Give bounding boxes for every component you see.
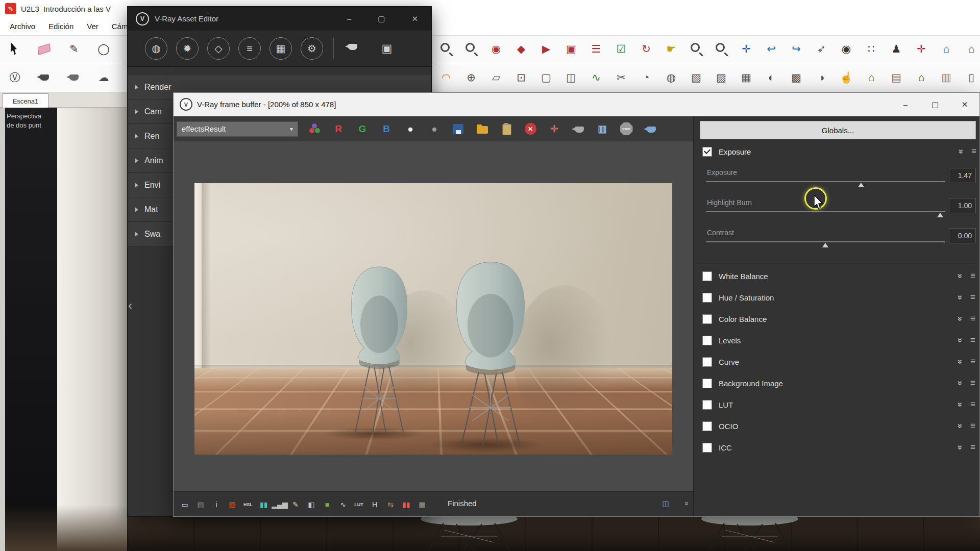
vfb-settings-icon[interactable]: ▥ (595, 120, 610, 138)
expand-icon[interactable]: » (954, 402, 965, 407)
frame-buffer-titlebar[interactable]: V V-Ray frame buffer - [200% of 850 x 47… (174, 93, 979, 116)
settings-icon[interactable]: ⚙ (301, 37, 323, 60)
slider-marker[interactable] (937, 213, 943, 217)
rgb-columns-icon[interactable]: ▮▮ (400, 498, 412, 511)
scene-tab-escena1[interactable]: Escena1 (3, 93, 48, 108)
zoom-window-tool-icon[interactable] (462, 40, 480, 58)
door-icon[interactable]: ▯ (963, 68, 980, 86)
layer-checkbox[interactable] (702, 314, 712, 324)
checker-c-icon[interactable]: ▦ (738, 68, 755, 86)
sphere-slice-icon[interactable]: ◔ (638, 68, 655, 86)
user-check-icon[interactable]: ☑ (612, 40, 630, 58)
layer-checkbox[interactable] (702, 336, 712, 345)
checker-a-icon[interactable]: ▧ (688, 68, 705, 86)
zoom-extents-icon[interactable]: ✛ (738, 40, 755, 58)
shapes-tool-icon[interactable]: ◯ (95, 40, 112, 58)
zoom-window-icon[interactable] (713, 40, 730, 58)
expand-icon[interactable]: » (954, 381, 965, 385)
sphere-light-icon[interactable]: ⊕ (462, 68, 480, 86)
copy-clipboard-icon[interactable] (499, 120, 514, 138)
home-icon[interactable]: ⌂ (913, 68, 930, 86)
section-menu-icon[interactable]: ≡ (970, 399, 975, 410)
slider-value[interactable]: 1.47 (949, 168, 976, 183)
curve-icon[interactable]: ∿ (337, 498, 349, 511)
slider-track[interactable] (706, 241, 945, 242)
exposure-checkbox[interactable] (702, 147, 712, 157)
globals-button[interactable]: Globals... (700, 121, 976, 139)
pan-tool-icon[interactable]: ☛ (663, 40, 680, 58)
layer-icc[interactable]: ICC » ≡ (699, 437, 975, 458)
sketchup-viewport-left[interactable]: Perspectiva de dos punt (0, 108, 127, 551)
histogram-icon[interactable]: ▂▄▆ (274, 498, 286, 511)
layer-levels[interactable]: Levels » ≡ (699, 330, 975, 351)
section-menu-icon[interactable]: ≡ (970, 335, 975, 345)
slider-marker[interactable] (822, 243, 828, 247)
layer-lut[interactable]: LUT » ≡ (699, 394, 975, 415)
render-teapot-icon[interactable] (36, 68, 53, 86)
person-icon[interactable]: ♟ (888, 40, 905, 58)
vray-asset-editor-icon[interactable]: ◉ (487, 40, 505, 58)
lights-icon[interactable]: ✹ (176, 37, 199, 60)
textures-icon[interactable]: ▦ (270, 37, 292, 60)
ab-compare-icon[interactable]: ⇆ (384, 498, 397, 511)
fur-icon[interactable]: ∿ (587, 68, 605, 86)
expand-icon[interactable]: » (954, 295, 965, 299)
box-icon[interactable]: ▢ (537, 68, 555, 86)
sketchup-viewport-bottom[interactable] (127, 517, 980, 551)
asset-editor-titlebar[interactable]: V V-Ray Asset Editor – ▢ ✕ (128, 7, 431, 31)
slider-value[interactable]: 1.00 (949, 198, 976, 213)
slider-marker[interactable] (858, 183, 864, 187)
expand-icon[interactable]: » (954, 338, 965, 342)
layer-white-balance[interactable]: White Balance » ≡ (699, 265, 975, 287)
axes-icon[interactable]: ✛ (913, 40, 930, 58)
vray-logo-icon[interactable]: Ⓥ (6, 68, 23, 86)
box-open-icon[interactable]: ◫ (562, 68, 580, 86)
vray-render-icon[interactable]: ◆ (512, 40, 530, 58)
vray-ipr-icon[interactable]: ▶ (537, 40, 555, 58)
walk-icon[interactable]: ∷ (863, 40, 880, 58)
eye-icon[interactable]: ◉ (838, 40, 855, 58)
section-menu-icon[interactable]: ≡ (970, 314, 975, 324)
expand-icon[interactable]: » (954, 316, 965, 321)
info-icon[interactable]: i (210, 498, 223, 511)
render-last-icon[interactable] (571, 120, 586, 138)
layer-curve[interactable]: Curve » ≡ (699, 351, 975, 372)
menu-edicion[interactable]: Edición (42, 17, 80, 35)
clip-icon[interactable]: ✂ (612, 68, 630, 86)
warehouse-icon[interactable]: ⌂ (963, 40, 980, 58)
section-menu-icon[interactable]: ≡ (971, 146, 976, 157)
import-box-icon[interactable]: ⊡ (512, 68, 530, 86)
shed-icon[interactable]: ⌂ (863, 68, 880, 86)
maximize-button[interactable]: ▢ (378, 14, 385, 23)
panel-collapse-arrow[interactable]: ‹ (128, 299, 132, 312)
layer-checkbox[interactable] (702, 357, 712, 367)
next-view-icon[interactable]: ↪ (788, 40, 805, 58)
expand-icon[interactable]: » (954, 273, 965, 278)
section-menu-icon[interactable]: ≡ (970, 442, 975, 453)
section-menu-icon[interactable]: ≡ (970, 357, 975, 367)
minimize-button[interactable]: – (347, 14, 351, 23)
pick-hand-icon[interactable]: ☝ (838, 68, 855, 86)
exposure-section-header[interactable]: Exposure » ≡ (702, 144, 976, 159)
render-canvas[interactable] (174, 141, 693, 491)
fireplace-icon[interactable]: ▥ (938, 68, 955, 86)
section-menu-icon[interactable]: ≡ (970, 292, 975, 303)
zoom-tool-icon[interactable] (437, 40, 455, 58)
section-menu-icon[interactable]: ≡ (970, 271, 975, 281)
section-menu-icon[interactable]: ≡ (970, 378, 975, 388)
hsl-icon[interactable]: HSL (242, 498, 254, 511)
collapse-panel-icon[interactable]: » (681, 497, 693, 510)
layer-hue-saturation[interactable]: Hue / Saturation » ≡ (699, 287, 975, 308)
close-button[interactable]: ✕ (950, 93, 979, 116)
image-icon[interactable]: ▭ (179, 498, 191, 511)
track-mouse-icon[interactable]: ✛ (547, 120, 562, 138)
teal-bars-icon[interactable]: ▮▮ (258, 498, 270, 511)
plane-light-icon[interactable]: ▱ (487, 68, 505, 86)
vray-batch-render-icon[interactable]: ☰ (587, 40, 605, 58)
slider-value[interactable]: 0.00 (949, 228, 976, 243)
slider-track[interactable] (706, 181, 945, 182)
pencil-tool-icon[interactable]: ✎ (65, 40, 83, 58)
gradient-icon[interactable]: ▥ (226, 498, 238, 511)
green-channel-icon[interactable]: G (355, 120, 370, 138)
zoom-icon[interactable] (688, 40, 705, 58)
